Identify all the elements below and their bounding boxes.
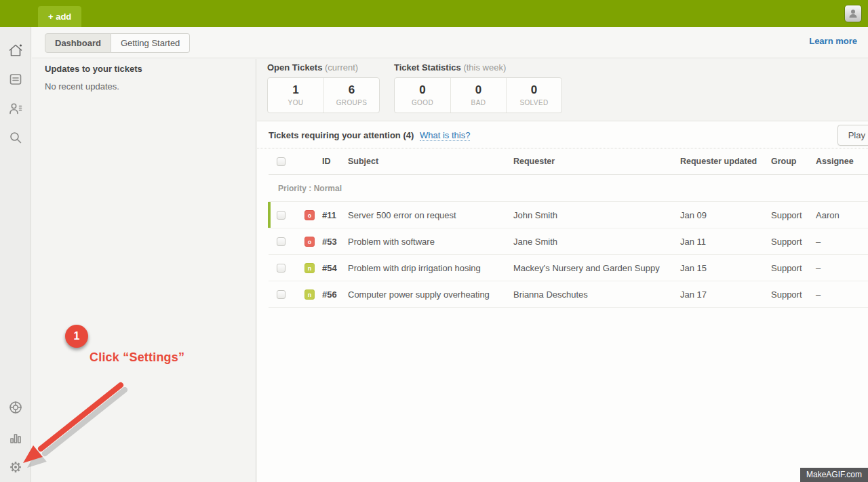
ticket-subject: Computer power supply overheating: [348, 289, 513, 300]
assignee-column-header: Assignee: [816, 157, 868, 166]
avatar[interactable]: [844, 5, 862, 22]
select-all-checkbox[interactable]: [277, 157, 285, 166]
annotation-label: Click “Settings”: [90, 350, 184, 365]
ticket-subject: Problem with drip irrigation hosing: [348, 263, 513, 273]
ticket-id: #11: [319, 210, 348, 220]
user-icon: [848, 8, 859, 19]
ticket-requester: Brianna Deschutes: [513, 289, 678, 300]
learn-more-link[interactable]: Learn more: [809, 36, 857, 46]
status-badge-new: n: [304, 263, 315, 273]
row-checkbox[interactable]: [277, 290, 285, 299]
tickets-panel-header: Tickets requiring your attention (4) Wha…: [257, 121, 868, 148]
open-tickets-title: Open Tickets (current): [267, 62, 380, 73]
row-checkbox[interactable]: [277, 264, 285, 273]
open-tickets-stat: Open Tickets (current) 1 YOU 6 GROUPS: [267, 62, 380, 113]
ticket-statistics-box: 0 GOOD 0 BAD 0 SOLVED: [394, 77, 562, 113]
stat-bad[interactable]: 0 BAD: [450, 78, 506, 113]
tickets-panel: Tickets requiring your attention (4) Wha…: [257, 121, 868, 482]
ticket-id: #54: [319, 263, 348, 273]
conversations-icon[interactable]: [7, 71, 24, 87]
status-badge-open: o: [304, 210, 315, 220]
tickets-title: Tickets requiring your attention (4): [269, 130, 414, 140]
updates-empty-message: No recent updates.: [45, 81, 119, 92]
stat-groups[interactable]: 6 GROUPS: [323, 78, 379, 113]
help-icon[interactable]: [7, 399, 24, 416]
top-bar: + add: [0, 0, 868, 27]
settings-gear-icon[interactable]: [7, 459, 24, 475]
ticket-requester: Jane Smith: [513, 237, 678, 247]
ticket-updated: Jan 17: [678, 289, 771, 300]
ticket-updated: Jan 15: [678, 263, 771, 273]
ticket-table: ID Subject Requester Requester updated G…: [269, 148, 868, 308]
tabs: Dashboard Getting Started: [45, 33, 190, 53]
sidebar-bottom: [7, 399, 24, 475]
home-icon[interactable]: [7, 42, 24, 58]
ticket-updated: Jan 09: [678, 210, 771, 220]
row-checkbox[interactable]: [277, 237, 285, 246]
sidebar: [0, 27, 31, 482]
subject-column-header: Subject: [348, 157, 513, 166]
watermark: MakeAGIF.com: [800, 468, 868, 482]
ticket-group: Support: [771, 237, 816, 247]
play-button[interactable]: Play: [837, 125, 868, 146]
ticket-statistics-stat: Ticket Statistics (this week) 0 GOOD 0 B…: [394, 62, 562, 113]
ticket-requester: Mackey's Nursery and Garden Suppy: [513, 263, 678, 273]
tab-getting-started[interactable]: Getting Started: [111, 33, 190, 53]
search-icon[interactable]: [7, 129, 24, 146]
ticket-id: #53: [319, 237, 348, 247]
ticket-group: Support: [771, 289, 816, 300]
ticket-assignee: –: [816, 237, 868, 247]
stat-good[interactable]: 0 GOOD: [395, 78, 450, 113]
ticket-assignee: Aaron: [816, 210, 868, 220]
stat-solved[interactable]: 0 SOLVED: [506, 78, 561, 113]
ticket-subject: Problem with software: [348, 237, 513, 247]
tab-bar: Dashboard Getting Started Learn more: [32, 27, 868, 58]
requester-column-header: Requester: [513, 157, 678, 166]
group-column-header: Group: [771, 157, 816, 166]
ticket-statistics-title: Ticket Statistics (this week): [394, 62, 562, 73]
reports-icon[interactable]: [7, 429, 24, 445]
row-checkbox[interactable]: [277, 211, 285, 220]
ticket-subject: Server 500 error on request: [348, 210, 513, 220]
tab-dashboard[interactable]: Dashboard: [45, 33, 111, 53]
status-badge-new: n: [304, 289, 315, 300]
priority-group-label: Priority : Normal: [269, 175, 868, 202]
ticket-requester: John Smith: [513, 210, 678, 220]
ticket-assignee: –: [816, 289, 868, 300]
table-row[interactable]: o #11 Server 500 error on request John S…: [269, 202, 868, 228]
table-row[interactable]: n #54 Problem with drip irrigation hosin…: [269, 255, 868, 281]
what-is-this-link[interactable]: What is this?: [420, 130, 470, 141]
main-content: Open Tickets (current) 1 YOU 6 GROUPS Ti…: [257, 59, 868, 482]
add-button[interactable]: + add: [38, 6, 81, 27]
customers-icon[interactable]: [7, 100, 24, 117]
stats-row: Open Tickets (current) 1 YOU 6 GROUPS Ti…: [267, 62, 562, 113]
updates-title: Updates to your tickets: [45, 64, 142, 74]
ticket-group: Support: [771, 263, 816, 273]
table-header-row: ID Subject Requester Requester updated G…: [269, 148, 868, 175]
updated-column-header: Requester updated: [678, 157, 771, 166]
updates-panel: Updates to your tickets No recent update…: [32, 59, 256, 482]
ticket-id: #56: [319, 289, 348, 300]
open-tickets-box: 1 YOU 6 GROUPS: [267, 77, 380, 113]
status-badge-open: o: [304, 237, 315, 247]
table-row[interactable]: o #53 Problem with software Jane Smith J…: [269, 228, 868, 255]
ticket-assignee: –: [816, 263, 868, 273]
ticket-updated: Jan 11: [678, 237, 771, 247]
stat-you[interactable]: 1 YOU: [268, 78, 323, 113]
ticket-group: Support: [771, 210, 816, 220]
table-row[interactable]: n #56 Computer power supply overheating …: [269, 281, 868, 308]
annotation-step-badge: 1: [65, 325, 88, 348]
id-column-header: ID: [319, 157, 348, 166]
